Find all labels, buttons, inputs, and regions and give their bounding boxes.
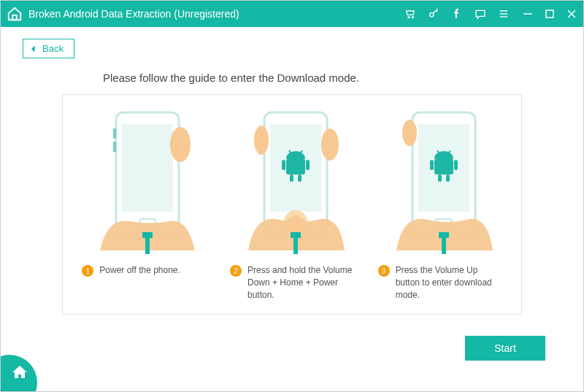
svg-point-1 — [408, 17, 410, 18]
svg-rect-8 — [546, 10, 553, 18]
arrow-left-icon — [29, 45, 38, 53]
close-button[interactable] — [566, 8, 577, 20]
step-2-illustration — [234, 108, 350, 254]
svg-rect-18 — [142, 232, 153, 238]
back-label: Back — [42, 43, 64, 54]
svg-rect-38 — [434, 158, 453, 174]
svg-rect-23 — [282, 160, 285, 170]
step-3-illustration — [382, 108, 499, 254]
app-title: Broken Android Data Extraction (Unregist… — [28, 8, 239, 20]
step-3: 3 Press the Volume Up button to enter do… — [371, 108, 510, 301]
svg-point-45 — [402, 120, 417, 146]
svg-rect-22 — [286, 158, 305, 174]
minimize-button[interactable] — [522, 8, 534, 20]
svg-rect-47 — [439, 232, 449, 238]
home-button[interactable] — [0, 355, 37, 392]
instruction-text: Please follow the guide to enter the Dow… — [103, 72, 561, 84]
home-icon — [11, 364, 28, 381]
step-1-illustration — [85, 108, 202, 254]
svg-point-2 — [412, 17, 413, 18]
svg-rect-41 — [438, 174, 442, 182]
feedback-icon[interactable] — [474, 7, 487, 20]
svg-point-31 — [321, 128, 339, 161]
svg-rect-39 — [430, 160, 434, 170]
svg-rect-26 — [298, 174, 301, 182]
titlebar: Broken Android Data Extraction (Unregist… — [1, 1, 583, 27]
start-button[interactable]: Start — [465, 336, 545, 361]
svg-rect-34 — [291, 232, 301, 238]
step-2-text: Press and hold the Volume Down + Home + … — [247, 264, 354, 301]
step-3-badge: 3 — [378, 265, 390, 277]
svg-rect-42 — [446, 174, 450, 182]
content: Back Please follow the guide to enter th… — [1, 27, 583, 315]
step-1-text: Power off the phone. — [99, 264, 180, 277]
cart-icon[interactable] — [404, 7, 417, 20]
svg-rect-25 — [290, 174, 293, 182]
facebook-icon[interactable] — [450, 7, 464, 20]
back-button[interactable]: Back — [23, 39, 74, 58]
step-2: 2 Press and hold the Volume Down + Home … — [223, 108, 361, 301]
menu-icon[interactable] — [497, 7, 510, 20]
svg-rect-14 — [113, 128, 116, 139]
maximize-button[interactable] — [544, 8, 556, 20]
step-1-badge: 1 — [82, 265, 93, 277]
svg-rect-46 — [442, 237, 446, 254]
guide-panel: 1 Power off the phone. — [62, 94, 522, 315]
svg-rect-24 — [306, 160, 310, 170]
svg-rect-12 — [122, 124, 173, 212]
step-1: 1 Power off the phone. — [74, 108, 213, 301]
svg-rect-15 — [113, 142, 116, 152]
svg-point-16 — [170, 127, 191, 162]
step-2-badge: 2 — [230, 265, 242, 277]
key-icon[interactable] — [427, 7, 440, 20]
svg-rect-17 — [145, 237, 150, 254]
svg-point-32 — [254, 126, 269, 155]
svg-point-3 — [430, 13, 434, 17]
step-3-text: Press the Volume Up button to enter down… — [396, 264, 502, 301]
app-home-icon — [7, 6, 23, 22]
window-controls — [522, 8, 577, 20]
titlebar-icons — [404, 7, 510, 20]
svg-rect-0 — [12, 15, 17, 20]
svg-rect-40 — [454, 160, 458, 170]
svg-rect-33 — [293, 237, 298, 254]
